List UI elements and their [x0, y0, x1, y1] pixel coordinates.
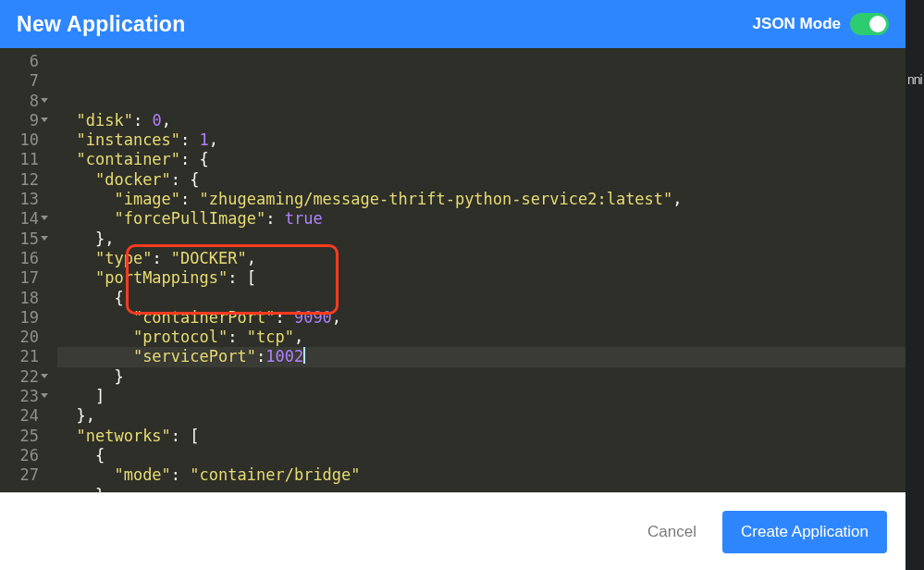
json-mode-control: JSON Mode — [753, 13, 889, 35]
fold-marker-icon[interactable] — [41, 374, 48, 378]
code-line[interactable]: "protocol": "tcp", — [57, 328, 906, 347]
line-number: 11 — [0, 150, 39, 169]
line-number: 14 — [0, 209, 39, 229]
line-number: 26 — [0, 446, 39, 465]
code-line[interactable]: "mode": "container/bridge" — [57, 465, 906, 485]
help-icon[interactable] — [865, 76, 883, 94]
modal-title: New Application — [17, 12, 186, 37]
code-line[interactable]: "disk": 0, — [57, 111, 906, 130]
code-line[interactable]: "networks": [ — [57, 427, 906, 446]
line-number: 15 — [0, 229, 39, 249]
new-application-modal: New Application JSON Mode 67891011121314… — [0, 0, 906, 570]
code-area[interactable]: "disk": 0, "instances": 1, "container": … — [52, 48, 906, 492]
cancel-button[interactable]: Cancel — [638, 515, 706, 549]
code-line[interactable]: "instances": 1, — [57, 130, 906, 150]
fold-marker-icon[interactable] — [41, 216, 48, 220]
code-line[interactable]: "docker": { — [57, 170, 906, 190]
code-line[interactable]: "servicePort":1002 — [57, 347, 906, 366]
line-number: 17 — [0, 268, 39, 288]
line-number: 19 — [0, 308, 39, 328]
fold-marker-icon[interactable] — [41, 118, 48, 122]
json-mode-toggle[interactable] — [850, 13, 889, 35]
line-number: 22 — [0, 367, 39, 387]
code-line[interactable]: { — [57, 289, 906, 308]
line-number: 8 — [0, 92, 39, 111]
line-number: 25 — [0, 427, 39, 446]
line-number: 7 — [0, 71, 39, 91]
fold-marker-icon[interactable] — [41, 98, 48, 103]
code-line[interactable]: "portMappings": [ — [57, 268, 906, 288]
fold-marker-icon[interactable] — [41, 393, 48, 398]
code-line[interactable]: "container": { — [57, 150, 906, 169]
line-number: 27 — [0, 465, 39, 485]
code-line[interactable]: "type": "DOCKER", — [57, 249, 906, 268]
line-number: 6 — [0, 52, 39, 71]
line-number: 12 — [0, 170, 39, 190]
line-number: 10 — [0, 130, 39, 150]
json-mode-label: JSON Mode — [753, 15, 841, 33]
code-line[interactable]: { — [57, 446, 906, 465]
code-line[interactable]: }, — [57, 406, 906, 426]
code-line[interactable]: }, — [57, 229, 906, 249]
toggle-knob — [869, 16, 886, 32]
code-line[interactable]: } — [57, 367, 906, 387]
line-number: 18 — [0, 289, 39, 308]
line-gutter: 6789101112131415161718192021222324252627 — [0, 48, 52, 492]
code-line[interactable]: "containerPort": 9090, — [57, 308, 906, 328]
code-line[interactable]: "image": "zhugeaming/message-thrift-pyth… — [57, 190, 906, 209]
line-number: 20 — [0, 328, 39, 347]
line-number: 21 — [0, 347, 39, 366]
fold-marker-icon[interactable] — [41, 236, 48, 241]
code-line[interactable]: ] — [57, 387, 906, 406]
json-editor[interactable]: 6789101112131415161718192021222324252627… — [0, 48, 906, 492]
modal-header: New Application JSON Mode — [0, 0, 906, 48]
code-line[interactable]: } — [57, 486, 906, 492]
modal-footer: Cancel Create Application — [0, 492, 906, 570]
line-number: 13 — [0, 190, 39, 209]
line-number: 9 — [0, 111, 39, 130]
create-application-button[interactable]: Create Application — [722, 511, 887, 553]
text-cursor — [303, 347, 305, 364]
line-number: 23 — [0, 387, 39, 406]
line-number: 16 — [0, 249, 39, 268]
code-line[interactable]: "forcePullImage": true — [57, 209, 906, 229]
background-strip: nni — [906, 0, 924, 570]
line-number: 24 — [0, 406, 39, 426]
